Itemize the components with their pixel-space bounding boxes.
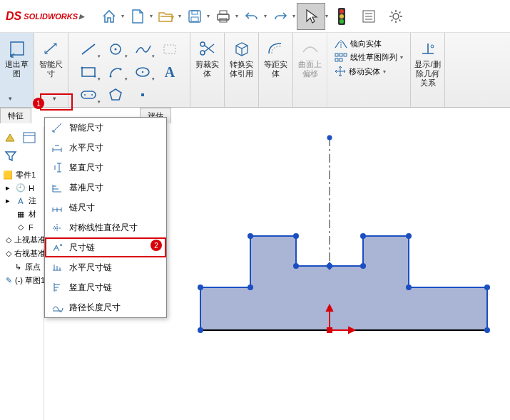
offset-label: 等距实 体: [264, 60, 287, 78]
annotation-badge-2: 2: [151, 240, 162, 251]
tree-root[interactable]: 🟨零件1: [1, 168, 42, 182]
tree-item[interactable]: ▦材: [1, 208, 42, 221]
config-icon[interactable]: [3, 130, 19, 145]
svg-point-40: [327, 135, 332, 140]
pattern-button[interactable]: 线性草图阵列▾: [335, 52, 403, 63]
exit-sketch-button[interactable]: 退出草 图: [4, 36, 30, 81]
annotation-icon: A: [16, 197, 26, 205]
text-tool[interactable]: A: [157, 61, 183, 83]
menu-horizontal-dim[interactable]: 水平尺寸: [45, 138, 166, 158]
open-button[interactable]: [154, 4, 178, 29]
home-button[interactable]: [97, 4, 121, 29]
svg-rect-33: [335, 58, 338, 61]
undo-button[interactable]: [240, 4, 264, 29]
svg-point-11: [393, 14, 399, 19]
tree-item[interactable]: ◇右视基准面: [1, 247, 42, 260]
hordinate-icon: [51, 261, 63, 274]
menu-h-ordinate[interactable]: 水平尺寸链: [45, 257, 166, 277]
move-button[interactable]: 移动实体▾: [335, 66, 403, 77]
history-icon: 🕘: [16, 183, 26, 193]
circle-tool[interactable]: ▾: [103, 39, 128, 60]
offset-group: 等距实 体: [259, 33, 293, 107]
display-pane-icon[interactable]: [21, 130, 37, 145]
smart-dim-button[interactable]: 智能尺 寸: [38, 36, 64, 81]
convert-button[interactable]: 转换实 体引用: [228, 36, 255, 81]
feature-tree: 🟨零件1 ▸🕘H ▸A注 ▦材 ◇F ◇上视基准面 ◇右视基准面 ↳原点 ✎(-…: [0, 167, 44, 289]
svg-point-42: [198, 327, 203, 333]
convert-label: 转换实 体引用: [230, 60, 253, 78]
svg-rect-27: [141, 93, 144, 96]
svg-rect-32: [344, 53, 347, 56]
svg-rect-23: [81, 91, 96, 98]
tree-item[interactable]: ◇上视基准面: [1, 233, 42, 247]
filter-icon[interactable]: [3, 148, 19, 164]
svg-point-53: [484, 327, 490, 333]
app-logo: DS SOLIDWORKS ▶: [4, 10, 88, 23]
point-tool[interactable]: [130, 84, 155, 106]
chaindim-icon: [51, 201, 63, 214]
tree-item[interactable]: ◇F: [1, 221, 42, 233]
svg-rect-16: [82, 68, 95, 76]
showrel-label: 显示/删 除几何 关系: [414, 60, 440, 88]
cursor-select-button[interactable]: [297, 3, 325, 30]
plane-icon: ◇: [6, 235, 11, 245]
offset-icon: [266, 39, 286, 58]
logo-arrow-icon[interactable]: ▶: [79, 13, 84, 20]
offset-button[interactable]: 等距实 体: [262, 36, 289, 81]
menu-baseline-dim[interactable]: 基准尺寸: [45, 178, 166, 198]
tree-item[interactable]: ▸A注: [1, 194, 42, 208]
arc-tool[interactable]: ▾: [103, 61, 128, 83]
tree-item[interactable]: ↳原点: [1, 260, 42, 274]
plane-icon: ◇: [6, 249, 11, 258]
tab-features[interactable]: 特征: [0, 108, 31, 123]
spline-tool[interactable]: ▾: [130, 39, 155, 60]
svg-point-8: [340, 14, 344, 19]
ellipse-tool[interactable]: ▾: [130, 61, 155, 83]
menu-ordinate-dim[interactable]: 尺寸链 2: [45, 237, 166, 257]
trim-button[interactable]: 剪裁实 体: [194, 36, 220, 81]
convert-group: 转换实 体引用: [225, 33, 259, 107]
feature-tree-panel: 🟨零件1 ▸🕘H ▸A注 ▦材 ◇F ◇上视基准面 ◇右视基准面 ↳原点 ✎(-…: [0, 127, 44, 420]
svg-rect-30: [335, 53, 338, 56]
svg-marker-26: [110, 89, 121, 100]
exit-sketch-group: 退出草 图: [0, 33, 34, 107]
line-tool[interactable]: ▾: [76, 39, 101, 60]
menu-v-ordinate[interactable]: 竖直尺寸链: [45, 277, 166, 297]
onsurface-label: 曲面上 偏移: [298, 60, 322, 78]
tree-item[interactable]: ✎(-) 草图1: [1, 274, 42, 287]
menu-symlinear-dim[interactable]: 对称线性直径尺寸: [45, 217, 166, 237]
svg-point-22: [142, 71, 143, 73]
menu-path-length[interactable]: 路径长度尺寸: [45, 297, 166, 317]
sketch-tools-group: ▾ ▾ ▾ ▾ ▾ ▾ A ▾: [68, 33, 190, 107]
pathlen-icon: [51, 301, 63, 314]
perpendicular-icon: [418, 39, 438, 58]
tree-item[interactable]: ▸🕘H: [1, 182, 42, 194]
svg-point-19: [110, 76, 112, 78]
svg-point-44: [248, 285, 253, 290]
menu-chain-dim[interactable]: 链尺寸: [45, 198, 166, 217]
slot-tool[interactable]: ▾: [76, 84, 101, 106]
save-button[interactable]: [183, 4, 207, 29]
svg-point-17: [81, 67, 83, 69]
gear-icon[interactable]: [384, 4, 408, 29]
new-button[interactable]: [126, 4, 150, 29]
exit-sketch-label: 退出草 图: [5, 60, 29, 78]
smart-dim-icon: [41, 39, 61, 58]
scissors-icon: [198, 39, 218, 58]
redo-button[interactable]: [268, 4, 292, 29]
mirror-button[interactable]: 镜向实体: [335, 39, 403, 49]
traffic-icon[interactable]: [330, 4, 354, 29]
rectangle-tool[interactable]: ▾: [76, 61, 101, 83]
ribbon-quick-arrow-2[interactable]: ▾: [53, 95, 56, 102]
menu-vertical-dim[interactable]: 竖直尺寸: [45, 158, 166, 178]
basedim-icon: [51, 181, 63, 194]
trim-label: 剪裁实 体: [195, 60, 219, 78]
list-icon[interactable]: [357, 4, 381, 29]
print-button[interactable]: [211, 4, 235, 29]
polygon-tool[interactable]: [103, 84, 128, 106]
svg-rect-34: [340, 58, 342, 61]
rect-dash-tool[interactable]: [157, 39, 183, 60]
ribbon-quick-arrow-1[interactable]: ▾: [9, 95, 12, 102]
menu-smart-dim[interactable]: 智能尺寸: [45, 118, 166, 138]
showrel-button[interactable]: 显示/删 除几何 关系: [413, 36, 442, 91]
